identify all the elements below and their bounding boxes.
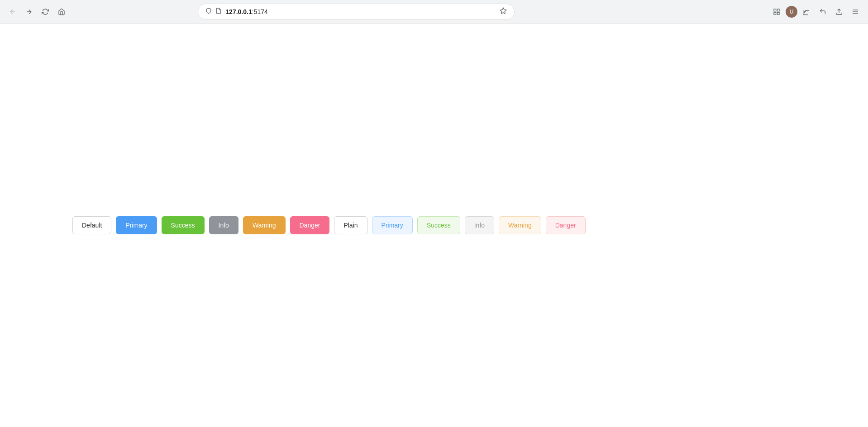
info-button[interactable]: Info: [209, 216, 238, 234]
cast-button[interactable]: [799, 5, 814, 19]
home-button[interactable]: [54, 5, 69, 19]
avatar[interactable]: U: [786, 6, 797, 18]
svg-rect-2: [777, 9, 779, 11]
menu-button[interactable]: [848, 5, 863, 19]
star-icon[interactable]: [500, 7, 507, 16]
danger-button[interactable]: Danger: [290, 216, 330, 234]
shield-icon: [205, 8, 212, 15]
success-button[interactable]: Success: [162, 216, 205, 234]
save-button[interactable]: [832, 5, 846, 19]
primary-light-button[interactable]: Primary: [372, 216, 413, 234]
toolbar-right: U: [769, 5, 863, 19]
page-content: Default Primary Success Info Warning Dan…: [0, 24, 868, 427]
svg-marker-0: [501, 8, 506, 14]
svg-rect-3: [774, 12, 776, 14]
forward-button[interactable]: [22, 5, 36, 19]
browser-chrome: 127.0.0.1:5174 U: [0, 0, 868, 24]
nav-buttons: [5, 5, 69, 19]
back-button[interactable]: [5, 5, 20, 19]
primary-button[interactable]: Primary: [116, 216, 157, 234]
plain-button[interactable]: Plain: [334, 216, 367, 234]
doc-icon: [215, 8, 222, 15]
info-light-button[interactable]: Info: [465, 216, 494, 234]
warning-light-button[interactable]: Warning: [499, 216, 541, 234]
undo-button[interactable]: [816, 5, 830, 19]
buttons-row: Default Primary Success Info Warning Dan…: [72, 216, 586, 234]
warning-button[interactable]: Warning: [243, 216, 286, 234]
success-light-button[interactable]: Success: [417, 216, 460, 234]
default-button[interactable]: Default: [72, 216, 111, 234]
address-bar[interactable]: 127.0.0.1:5174: [198, 4, 515, 20]
address-text: 127.0.0.1:5174: [225, 8, 496, 15]
extensions-button[interactable]: [769, 5, 784, 19]
danger-light-button[interactable]: Danger: [546, 216, 586, 234]
svg-rect-1: [774, 9, 776, 11]
svg-rect-4: [777, 12, 779, 14]
refresh-button[interactable]: [38, 5, 52, 19]
